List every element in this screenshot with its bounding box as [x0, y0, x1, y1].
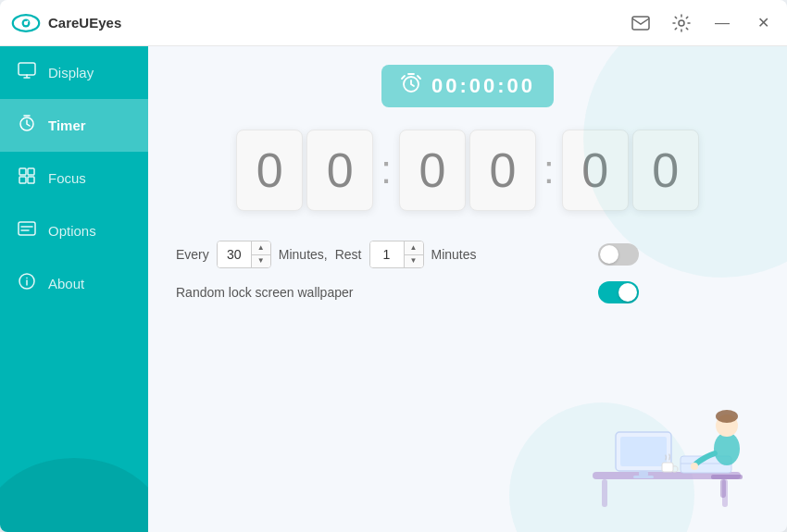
minimize-button[interactable]: — — [709, 10, 735, 36]
svg-rect-9 — [28, 168, 34, 175]
sidebar-label-timer: Timer — [48, 118, 86, 133]
main-layout: Display Timer — [0, 46, 787, 532]
every-down-button[interactable]: ▼ — [252, 255, 270, 268]
wallpaper-label: Random lock screen wallpaper — [176, 285, 353, 300]
svg-point-28 — [691, 463, 698, 470]
flip-clock: 0 0 : 0 0 : — [176, 130, 759, 211]
eye-icon — [11, 8, 41, 38]
title-bar: CareUEyes — ✕ — [0, 0, 787, 46]
svg-rect-12 — [19, 222, 35, 235]
seconds-group: 0 0 — [562, 130, 699, 211]
minutes-ones: 0 — [469, 130, 536, 211]
timer-badge-time: 00:00:00 — [431, 74, 535, 98]
seconds-ones: 0 — [632, 130, 699, 211]
wallpaper-toggle-knob — [618, 283, 637, 302]
about-icon — [17, 272, 37, 295]
separator-1: : — [381, 130, 392, 211]
hours-group: 0 0 — [236, 130, 373, 211]
sidebar-label-about: About — [48, 276, 84, 291]
every-spinner[interactable]: ▲ ▼ — [217, 241, 271, 268]
interval-toggle-knob — [600, 245, 618, 264]
hours-ones: 0 — [306, 130, 373, 211]
svg-point-3 — [27, 20, 29, 22]
minutes-label: Minutes, — [279, 247, 328, 262]
timer-icon — [17, 114, 37, 137]
window-controls: — ✕ — [628, 10, 776, 36]
sidebar-item-focus[interactable]: Focus — [0, 152, 148, 204]
rest-down-button[interactable]: ▼ — [405, 255, 423, 268]
minutes-group: 0 0 — [399, 130, 536, 211]
svg-point-14 — [26, 278, 28, 279]
close-button[interactable]: ✕ — [750, 10, 776, 36]
rest-spinner[interactable]: ▲ ▼ — [369, 241, 424, 268]
wallpaper-toggle[interactable] — [598, 281, 639, 303]
app-title: CareUEyes — [48, 15, 121, 31]
svg-rect-10 — [19, 177, 26, 183]
every-spinner-buttons: ▲ ▼ — [251, 241, 270, 267]
illustration — [565, 375, 768, 523]
sidebar-label-options: Options — [48, 223, 96, 239]
rest-value[interactable] — [370, 241, 404, 267]
sidebar-item-display[interactable]: Display — [0, 46, 148, 99]
seconds-tens: 0 — [562, 130, 629, 211]
rest-minutes-label: Minutes — [431, 247, 477, 262]
interval-toggle[interactable] — [598, 243, 639, 266]
sidebar: Display Timer — [0, 46, 148, 532]
sidebar-label-display: Display — [48, 65, 94, 80]
timer-badge: 00:00:00 — [381, 65, 554, 107]
svg-rect-29 — [711, 475, 743, 479]
sidebar-item-options[interactable]: Options — [0, 204, 148, 257]
rest-label: Rest — [335, 247, 362, 262]
app-logo: CareUEyes — [11, 8, 121, 38]
svg-rect-17 — [602, 479, 607, 507]
svg-rect-8 — [19, 168, 26, 175]
svg-rect-11 — [28, 177, 34, 183]
svg-point-25 — [714, 432, 740, 465]
every-value[interactable] — [218, 241, 251, 267]
svg-rect-22 — [633, 476, 654, 478]
options-icon — [17, 219, 37, 242]
interval-controls: Every ▲ ▼ Minutes, Rest ▲ — [176, 241, 477, 268]
focus-icon — [17, 167, 37, 190]
svg-rect-4 — [632, 17, 649, 30]
sidebar-item-about[interactable]: About — [0, 257, 148, 310]
svg-point-5 — [679, 20, 684, 26]
every-up-button[interactable]: ▲ — [252, 241, 270, 255]
rest-up-button[interactable]: ▲ — [405, 241, 423, 255]
display-icon — [17, 61, 37, 84]
settings-button[interactable] — [668, 10, 694, 36]
minutes-tens: 0 — [399, 130, 466, 211]
svg-rect-6 — [19, 63, 35, 75]
separator-2: : — [543, 130, 555, 211]
wallpaper-row: Random lock screen wallpaper — [176, 281, 639, 303]
rest-spinner-buttons: ▲ ▼ — [404, 241, 423, 267]
svg-point-27 — [716, 410, 738, 423]
sidebar-item-timer[interactable]: Timer — [0, 99, 148, 152]
svg-rect-31 — [662, 463, 673, 472]
hours-tens: 0 — [236, 130, 303, 211]
mail-button[interactable] — [628, 10, 654, 36]
interval-row: Every ▲ ▼ Minutes, Rest ▲ — [176, 241, 639, 268]
every-label: Every — [176, 247, 209, 262]
timer-top: 00:00:00 — [176, 65, 759, 107]
svg-rect-20 — [620, 437, 667, 466]
svg-rect-30 — [720, 479, 726, 498]
content-area: 00:00:00 0 0 : 0 — [148, 46, 787, 532]
sidebar-label-focus: Focus — [48, 170, 86, 186]
alarm-icon — [400, 72, 422, 100]
app-window: CareUEyes — ✕ — [0, 0, 787, 532]
